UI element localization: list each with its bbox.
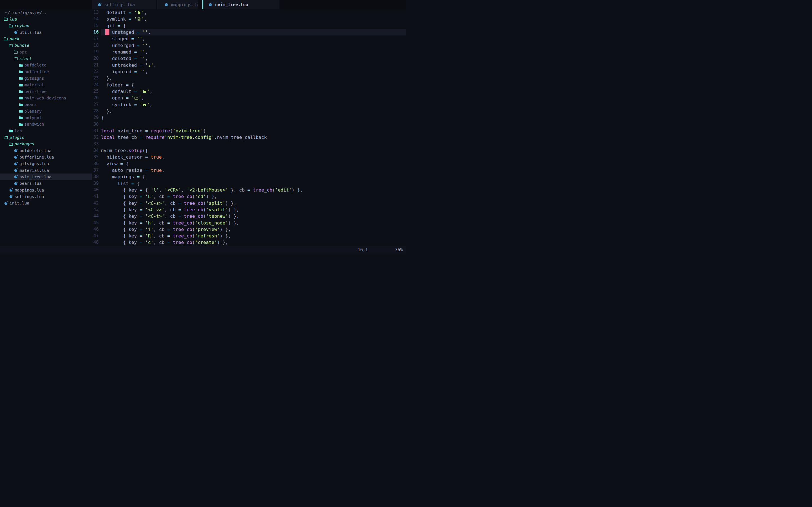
code-token: , — [162, 168, 165, 173]
tree-item-material[interactable]: material — [0, 82, 92, 88]
tree-item-start[interactable]: start — [0, 55, 92, 62]
code-line-14[interactable]: 14symlink = '', — [92, 16, 406, 22]
tree-item-pears[interactable]: pears — [0, 101, 92, 108]
code-line-42[interactable]: 42{ key = '<C-s>', cb = tree_cb('split')… — [92, 200, 406, 207]
code-token: , — [153, 227, 159, 232]
tree-item-plugin[interactable]: plugin — [0, 134, 92, 140]
tree-root[interactable]: ~/.config/nvim/.. — [0, 9, 92, 16]
tree-item-gitsigns.lua[interactable]: gitsigns.lua — [0, 161, 92, 167]
tree-item-opt[interactable]: opt — [0, 49, 92, 55]
tree-item-lua[interactable]: lua — [0, 16, 92, 22]
code-token: require — [145, 135, 165, 140]
code-token: , — [148, 43, 151, 48]
code-line-44[interactable]: 44{ key = '<C-t>', cb = tree_cb('tabnew'… — [92, 213, 406, 219]
code-line-25[interactable]: 25default = '', — [92, 88, 406, 95]
code-editor[interactable]: 13default = '',14symlink = '',15git = {1… — [92, 9, 406, 246]
code-line-20[interactable]: 20deleted = '', — [92, 55, 406, 62]
folder-open-icon — [9, 24, 13, 28]
code-line-36[interactable]: 36view = { — [92, 161, 406, 167]
code-line-33[interactable]: 33 — [92, 141, 406, 147]
tree-item-material.lua[interactable]: material.lua — [0, 167, 92, 173]
tree-item-label: plugin — [10, 135, 24, 140]
tree-item-settings.lua[interactable]: settings.lua — [0, 193, 92, 200]
tree-item-bufferline.lua[interactable]: bufferline.lua — [0, 154, 92, 160]
code-token: ' — [141, 10, 144, 15]
tree-item-polygot[interactable]: polygot — [0, 114, 92, 121]
tree-item-bundle[interactable]: bundle — [0, 42, 92, 49]
code-line-22[interactable]: 22ignored = '', — [92, 68, 406, 75]
tree-item-bufdelete.lua[interactable]: bufdelete.lua — [0, 147, 92, 154]
code-line-27[interactable]: 27symlink = '', — [92, 101, 406, 108]
tree-item-gitsigns[interactable]: gitsigns — [0, 75, 92, 81]
code-token: , — [150, 102, 153, 107]
code-line-34[interactable]: 34nvim_tree.setup({ — [92, 147, 406, 154]
code-line-35[interactable]: 35hijack_cursor = true, — [92, 154, 406, 160]
code-line-16[interactable]: 16unstaged = '', — [92, 29, 406, 36]
tree-item-plenary[interactable]: plenary — [0, 108, 92, 114]
code-line-24[interactable]: 24folder = { — [92, 82, 406, 88]
code-line-28[interactable]: 28}, — [92, 108, 406, 114]
code-line-21[interactable]: 21untracked = '', — [92, 62, 406, 68]
code-token: = — [167, 240, 173, 245]
code-token: = — [145, 128, 151, 133]
tree-item-label: bufdelete — [24, 63, 47, 67]
code-line-19[interactable]: 19renamed = '', — [92, 49, 406, 55]
tree-item-mappings.lua[interactable]: mappings.lua — [0, 187, 92, 193]
tree-item-lab[interactable]: lab — [0, 128, 92, 134]
tree-item-packages[interactable]: packages — [0, 141, 92, 147]
line-number: 34 — [92, 147, 101, 154]
tab-settings.lua[interactable]: settings.lua — [92, 0, 156, 9]
code-line-40[interactable]: 40{ key = { 'l', '<CR>', '<2-LeftMouse>'… — [92, 187, 406, 193]
code-line-15[interactable]: 15git = { — [92, 22, 406, 29]
line-content: default = '', — [101, 88, 406, 95]
tree-item-label: reyhan — [15, 23, 29, 28]
tab-nvim_tree.lua[interactable]: nvim_tree.lua — [203, 0, 280, 9]
code-line-46[interactable]: 46{ key = 'i', cb = tree_cb('preview') }… — [92, 226, 406, 233]
code-token: , — [159, 187, 165, 193]
code-line-18[interactable]: 18unmerged = '', — [92, 42, 406, 49]
tree-item-bufferline[interactable]: bufferline — [0, 68, 92, 75]
tree-item-pears.lua[interactable]: pears.lua — [0, 180, 92, 187]
code-line-47[interactable]: 47{ key = 'R', cb = tree_cb('refresh') }… — [92, 233, 406, 239]
code-token: 'tabnew' — [206, 214, 228, 219]
tree-item-sandwich[interactable]: sandwich — [0, 121, 92, 128]
code-line-32[interactable]: 32local tree_cb = require'nvim-tree.conf… — [92, 134, 406, 140]
code-line-37[interactable]: 37auto_resize = true, — [92, 167, 406, 173]
tree-item-reyhan[interactable]: reyhan — [0, 22, 92, 29]
code-line-29[interactable]: 29} — [92, 114, 406, 121]
code-line-26[interactable]: 26open = '', — [92, 95, 406, 101]
tree-item-pack[interactable]: pack — [0, 36, 92, 42]
code-token: , — [181, 187, 187, 193]
tree-item-utils.lua[interactable]: utils.lua — [0, 29, 92, 36]
code-line-41[interactable]: 41{ key = 'L', cb = tree_cb('cd') }, — [92, 193, 406, 200]
tab-label: settings.lua — [104, 2, 135, 7]
tree-item-nvim-tree[interactable]: nvim-tree — [0, 88, 92, 95]
code-line-45[interactable]: 45{ key = 'h', cb = tree_cb('close_node'… — [92, 220, 406, 226]
code-line-17[interactable]: 17staged = '', — [92, 36, 406, 42]
code-line-43[interactable]: 43{ key = '<C-v>', cb = tree_cb('vsplit'… — [92, 207, 406, 213]
code-token: { — [123, 233, 129, 238]
tree-item-nvim-web-devicons[interactable]: nvim-web-devicons — [0, 95, 92, 101]
tree-item-label: bufdelete.lua — [19, 149, 52, 153]
code-token: }, — [231, 214, 239, 219]
code-line-31[interactable]: 31local nvim_tree = require('nvim-tree') — [92, 128, 406, 134]
tab-mappings.lua[interactable]: mappings.lua — [157, 0, 198, 9]
tree-item-bufdelete[interactable]: bufdelete — [0, 62, 92, 68]
tree-item-label: mappings.lua — [15, 188, 44, 192]
code-line-13[interactable]: 13default = '', — [92, 9, 406, 16]
code-line-48[interactable]: 48{ key = 'c', cb = tree_cb('create') }, — [92, 239, 406, 245]
tree-item-nvim_tree.lua[interactable]: nvim_tree.lua — [0, 173, 92, 180]
code-token: = — [132, 36, 137, 41]
tree-item-init.lua[interactable]: init.lua — [0, 200, 92, 207]
line-number: 26 — [92, 95, 101, 101]
code-line-30[interactable]: 30 — [92, 121, 406, 128]
code-line-39[interactable]: 39list = { — [92, 180, 406, 187]
code-token: , — [145, 49, 148, 55]
code-token: ) — [228, 207, 231, 212]
code-token: , — [153, 240, 159, 245]
code-token: = — [132, 181, 137, 186]
line-content: open = '', — [101, 95, 406, 101]
code-line-38[interactable]: 38mappings = { — [92, 173, 406, 180]
line-number: 39 — [92, 180, 101, 187]
code-line-23[interactable]: 23}, — [92, 75, 406, 81]
